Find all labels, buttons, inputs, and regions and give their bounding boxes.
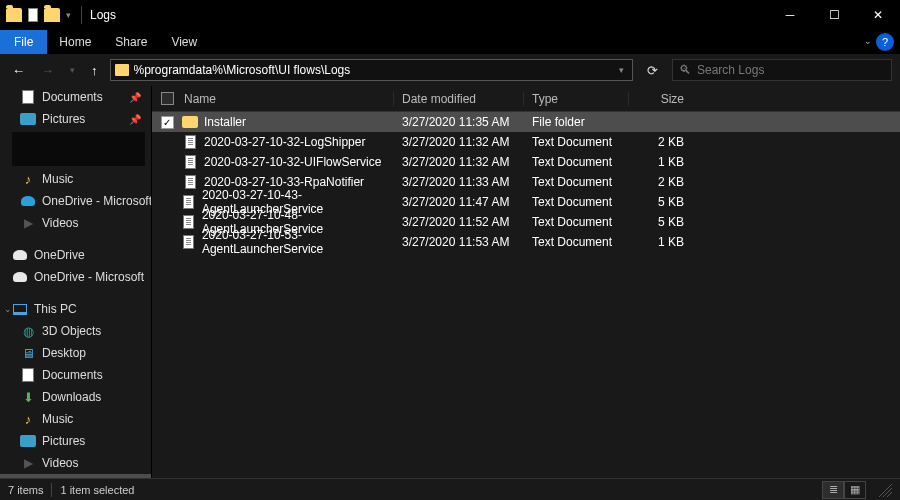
nav-item[interactable]: Pictures📌 (0, 108, 151, 130)
nav-item[interactable]: OneDrive - Microsoft (0, 266, 151, 288)
file-size: 1 KB (629, 155, 694, 169)
nav-item[interactable]: OneDrive - Microsoft (0, 190, 151, 212)
column-name[interactable]: Name (182, 92, 394, 106)
file-row[interactable]: 2020-03-27-10-53-AgentLauncherService 3/… (152, 232, 900, 252)
column-type[interactable]: Type (524, 92, 629, 106)
file-date: 3/27/2020 11:33 AM (394, 175, 524, 189)
address-dropdown-icon[interactable]: ▾ (615, 65, 628, 75)
file-date: 3/27/2020 11:52 AM (394, 215, 524, 229)
nav-up-button[interactable]: ↑ (87, 63, 102, 78)
help-button[interactable]: ? (876, 33, 894, 51)
chevron-down-icon[interactable]: ▾ (66, 10, 71, 20)
file-type: Text Document (524, 135, 629, 149)
nav-item[interactable]: ▶Videos (0, 452, 151, 474)
menu-share[interactable]: Share (103, 30, 159, 54)
nav-item[interactable]: ▶Videos (0, 212, 151, 234)
column-date[interactable]: Date modified (394, 92, 524, 106)
file-type: Text Document (524, 215, 629, 229)
file-row[interactable]: ✓ Installer 3/27/2020 11:35 AM File fold… (152, 112, 900, 132)
view-details-button[interactable]: ≣ (822, 481, 844, 499)
file-name: 2020-03-27-10-32-UIFlowService (204, 155, 381, 169)
videos-icon: ▶ (24, 456, 33, 470)
chevron-down-icon[interactable]: ⌄ (4, 304, 12, 314)
column-checkbox[interactable] (152, 92, 182, 105)
nav-this-pc[interactable]: ⌄ This PC (0, 298, 151, 320)
file-type: Text Document (524, 175, 629, 189)
file-date: 3/27/2020 11:32 AM (394, 155, 524, 169)
menu-file[interactable]: File (0, 30, 47, 54)
folder-icon (115, 64, 129, 76)
text-file-icon (185, 135, 196, 149)
search-box[interactable]: 🔍︎ Search Logs (672, 59, 892, 81)
text-file-icon (185, 175, 196, 189)
menu-view[interactable]: View (159, 30, 209, 54)
folder-icon (6, 8, 22, 22)
status-selection-count: 1 item selected (60, 484, 134, 496)
column-headers: Name Date modified Type Size (152, 86, 900, 112)
text-file-icon (183, 235, 194, 249)
downloads-icon: ⬇ (23, 390, 34, 405)
file-size: 2 KB (629, 135, 694, 149)
onedrive-icon (13, 250, 27, 260)
nav-item[interactable]: Documents (0, 364, 151, 386)
folder-icon (44, 8, 60, 22)
titlebar: ▾ Logs ─ ☐ ✕ (0, 0, 900, 30)
file-name: 2020-03-27-10-32-LogShipper (204, 135, 365, 149)
maximize-button[interactable]: ☐ (812, 0, 856, 30)
nav-item[interactable]: ♪Music (0, 408, 151, 430)
onedrive-icon (21, 196, 35, 206)
menu-home[interactable]: Home (47, 30, 103, 54)
resize-grip[interactable] (878, 483, 892, 497)
nav-item[interactable]: ⬇Downloads (0, 386, 151, 408)
refresh-button[interactable]: ⟳ (641, 63, 664, 78)
3d-objects-icon: ◍ (23, 324, 34, 339)
file-name: Installer (204, 115, 246, 129)
address-input[interactable] (134, 63, 616, 77)
nav-item[interactable]: ♪Music (0, 168, 151, 190)
nav-back-button[interactable]: ← (8, 63, 29, 78)
quick-access-toolbar: ▾ (0, 8, 77, 22)
column-size[interactable]: Size (629, 92, 694, 106)
nav-item[interactable]: Documents📌 (0, 86, 151, 108)
file-row[interactable]: 2020-03-27-10-32-LogShipper 3/27/2020 11… (152, 132, 900, 152)
pictures-icon (20, 113, 36, 125)
address-input-wrapper[interactable]: ▾ (110, 59, 634, 81)
file-type: Text Document (524, 155, 629, 169)
pin-icon: 📌 (129, 114, 141, 125)
pc-icon (13, 304, 27, 315)
file-type: File folder (524, 115, 629, 129)
nav-item[interactable]: Pictures (0, 430, 151, 452)
pin-icon: 📌 (129, 92, 141, 103)
nav-item[interactable]: OneDrive (0, 244, 151, 266)
search-placeholder: Search Logs (697, 63, 764, 77)
document-icon (28, 8, 38, 22)
file-type: Text Document (524, 235, 629, 249)
nav-item[interactable]: ◍3D Objects (0, 320, 151, 342)
text-file-icon (185, 155, 196, 169)
row-checkbox[interactable]: ✓ (161, 116, 174, 129)
ribbon-menubar: File Home Share View ⌄ ? (0, 30, 900, 54)
music-icon: ♪ (25, 412, 32, 427)
folder-icon (182, 116, 198, 128)
videos-icon: ▶ (24, 216, 33, 230)
nav-forward-button[interactable]: → (37, 63, 58, 78)
recent-locations-button[interactable]: ▾ (66, 65, 79, 75)
minimize-button[interactable]: ─ (768, 0, 812, 30)
status-bar: 7 items 1 item selected ≣ ▦ (0, 478, 900, 500)
desktop-icon: 🖥 (22, 346, 35, 361)
pictures-icon (20, 435, 36, 447)
file-date: 3/27/2020 11:32 AM (394, 135, 524, 149)
file-list[interactable]: Name Date modified Type Size ✓ Installer… (152, 86, 900, 478)
music-icon: ♪ (25, 172, 32, 187)
documents-icon (22, 90, 34, 104)
nav-item[interactable]: 🖥Desktop (0, 342, 151, 364)
ribbon-collapse-icon[interactable]: ⌄ (864, 36, 872, 46)
file-row[interactable]: 2020-03-27-10-32-UIFlowService 3/27/2020… (152, 152, 900, 172)
file-name: 2020-03-27-10-53-AgentLauncherService (202, 228, 394, 256)
separator (81, 6, 82, 24)
search-icon: 🔍︎ (679, 63, 691, 77)
file-size: 2 KB (629, 175, 694, 189)
close-button[interactable]: ✕ (856, 0, 900, 30)
view-icons-button[interactable]: ▦ (844, 481, 866, 499)
navigation-pane[interactable]: Documents📌Pictures📌 ♪MusicOneDrive - Mic… (0, 86, 152, 478)
